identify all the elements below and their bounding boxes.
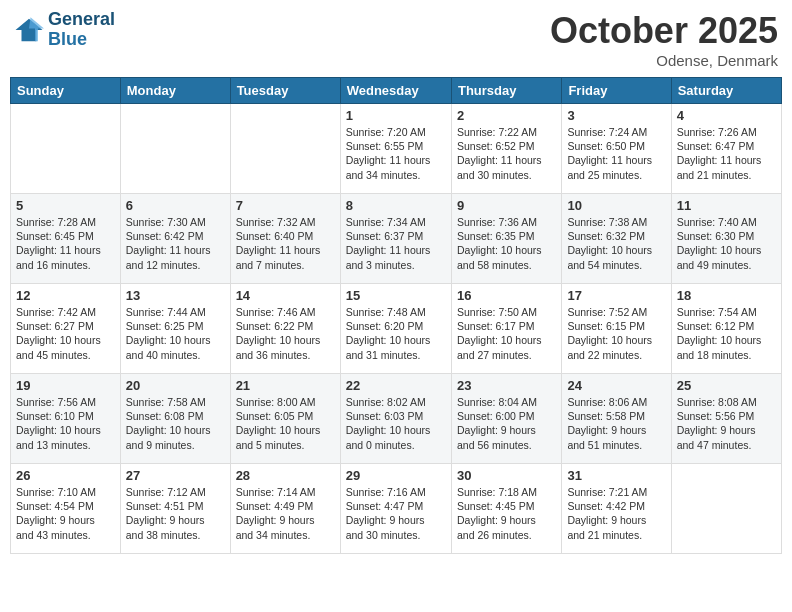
day-number: 11 <box>677 198 776 213</box>
day-number: 24 <box>567 378 665 393</box>
calendar-cell: 4Sunrise: 7:26 AM Sunset: 6:47 PM Daylig… <box>671 104 781 194</box>
calendar-cell: 1Sunrise: 7:20 AM Sunset: 6:55 PM Daylig… <box>340 104 451 194</box>
calendar-cell: 8Sunrise: 7:34 AM Sunset: 6:37 PM Daylig… <box>340 194 451 284</box>
calendar-cell: 5Sunrise: 7:28 AM Sunset: 6:45 PM Daylig… <box>11 194 121 284</box>
calendar-cell: 25Sunrise: 8:08 AM Sunset: 5:56 PM Dayli… <box>671 374 781 464</box>
calendar-table: SundayMondayTuesdayWednesdayThursdayFrid… <box>10 77 782 554</box>
day-info: Sunrise: 7:36 AM Sunset: 6:35 PM Dayligh… <box>457 215 556 272</box>
day-number: 7 <box>236 198 335 213</box>
day-info: Sunrise: 7:12 AM Sunset: 4:51 PM Dayligh… <box>126 485 225 542</box>
calendar-cell: 24Sunrise: 8:06 AM Sunset: 5:58 PM Dayli… <box>562 374 671 464</box>
day-info: Sunrise: 7:22 AM Sunset: 6:52 PM Dayligh… <box>457 125 556 182</box>
day-info: Sunrise: 7:48 AM Sunset: 6:20 PM Dayligh… <box>346 305 446 362</box>
day-number: 2 <box>457 108 556 123</box>
day-info: Sunrise: 8:02 AM Sunset: 6:03 PM Dayligh… <box>346 395 446 452</box>
calendar-cell: 6Sunrise: 7:30 AM Sunset: 6:42 PM Daylig… <box>120 194 230 284</box>
day-info: Sunrise: 7:52 AM Sunset: 6:15 PM Dayligh… <box>567 305 665 362</box>
calendar-cell: 23Sunrise: 8:04 AM Sunset: 6:00 PM Dayli… <box>451 374 561 464</box>
calendar-cell <box>11 104 121 194</box>
day-info: Sunrise: 7:50 AM Sunset: 6:17 PM Dayligh… <box>457 305 556 362</box>
logo: General Blue <box>14 10 115 50</box>
day-number: 12 <box>16 288 115 303</box>
day-number: 10 <box>567 198 665 213</box>
day-info: Sunrise: 7:58 AM Sunset: 6:08 PM Dayligh… <box>126 395 225 452</box>
day-number: 18 <box>677 288 776 303</box>
day-number: 28 <box>236 468 335 483</box>
month-title: October 2025 <box>550 10 778 52</box>
day-number: 13 <box>126 288 225 303</box>
day-number: 30 <box>457 468 556 483</box>
calendar-cell: 2Sunrise: 7:22 AM Sunset: 6:52 PM Daylig… <box>451 104 561 194</box>
location: Odense, Denmark <box>550 52 778 69</box>
calendar-cell: 30Sunrise: 7:18 AM Sunset: 4:45 PM Dayli… <box>451 464 561 554</box>
page-header: General Blue October 2025 Odense, Denmar… <box>10 10 782 69</box>
col-header-friday: Friday <box>562 78 671 104</box>
day-number: 16 <box>457 288 556 303</box>
day-number: 31 <box>567 468 665 483</box>
day-info: Sunrise: 7:20 AM Sunset: 6:55 PM Dayligh… <box>346 125 446 182</box>
day-number: 4 <box>677 108 776 123</box>
day-number: 19 <box>16 378 115 393</box>
day-info: Sunrise: 7:28 AM Sunset: 6:45 PM Dayligh… <box>16 215 115 272</box>
calendar-cell <box>230 104 340 194</box>
day-info: Sunrise: 7:16 AM Sunset: 4:47 PM Dayligh… <box>346 485 446 542</box>
day-number: 23 <box>457 378 556 393</box>
calendar-cell: 3Sunrise: 7:24 AM Sunset: 6:50 PM Daylig… <box>562 104 671 194</box>
calendar-cell: 10Sunrise: 7:38 AM Sunset: 6:32 PM Dayli… <box>562 194 671 284</box>
day-number: 22 <box>346 378 446 393</box>
day-info: Sunrise: 7:30 AM Sunset: 6:42 PM Dayligh… <box>126 215 225 272</box>
day-number: 26 <box>16 468 115 483</box>
col-header-tuesday: Tuesday <box>230 78 340 104</box>
calendar-cell: 16Sunrise: 7:50 AM Sunset: 6:17 PM Dayli… <box>451 284 561 374</box>
day-info: Sunrise: 8:00 AM Sunset: 6:05 PM Dayligh… <box>236 395 335 452</box>
calendar-cell: 26Sunrise: 7:10 AM Sunset: 4:54 PM Dayli… <box>11 464 121 554</box>
calendar-cell: 11Sunrise: 7:40 AM Sunset: 6:30 PM Dayli… <box>671 194 781 284</box>
day-number: 27 <box>126 468 225 483</box>
calendar-week-row: 1Sunrise: 7:20 AM Sunset: 6:55 PM Daylig… <box>11 104 782 194</box>
day-number: 29 <box>346 468 446 483</box>
col-header-saturday: Saturday <box>671 78 781 104</box>
col-header-thursday: Thursday <box>451 78 561 104</box>
day-number: 25 <box>677 378 776 393</box>
day-info: Sunrise: 7:14 AM Sunset: 4:49 PM Dayligh… <box>236 485 335 542</box>
day-info: Sunrise: 7:10 AM Sunset: 4:54 PM Dayligh… <box>16 485 115 542</box>
day-info: Sunrise: 7:56 AM Sunset: 6:10 PM Dayligh… <box>16 395 115 452</box>
day-info: Sunrise: 7:18 AM Sunset: 4:45 PM Dayligh… <box>457 485 556 542</box>
col-header-monday: Monday <box>120 78 230 104</box>
calendar-week-row: 19Sunrise: 7:56 AM Sunset: 6:10 PM Dayli… <box>11 374 782 464</box>
calendar-cell: 17Sunrise: 7:52 AM Sunset: 6:15 PM Dayli… <box>562 284 671 374</box>
day-info: Sunrise: 7:40 AM Sunset: 6:30 PM Dayligh… <box>677 215 776 272</box>
day-info: Sunrise: 7:44 AM Sunset: 6:25 PM Dayligh… <box>126 305 225 362</box>
svg-marker-1 <box>16 19 43 42</box>
calendar-cell: 14Sunrise: 7:46 AM Sunset: 6:22 PM Dayli… <box>230 284 340 374</box>
calendar-cell <box>671 464 781 554</box>
calendar-cell: 21Sunrise: 8:00 AM Sunset: 6:05 PM Dayli… <box>230 374 340 464</box>
calendar-cell: 7Sunrise: 7:32 AM Sunset: 6:40 PM Daylig… <box>230 194 340 284</box>
calendar-week-row: 12Sunrise: 7:42 AM Sunset: 6:27 PM Dayli… <box>11 284 782 374</box>
day-info: Sunrise: 7:34 AM Sunset: 6:37 PM Dayligh… <box>346 215 446 272</box>
logo-text: General Blue <box>48 10 115 50</box>
day-info: Sunrise: 8:06 AM Sunset: 5:58 PM Dayligh… <box>567 395 665 452</box>
day-number: 5 <box>16 198 115 213</box>
day-number: 14 <box>236 288 335 303</box>
calendar-cell: 29Sunrise: 7:16 AM Sunset: 4:47 PM Dayli… <box>340 464 451 554</box>
day-info: Sunrise: 8:08 AM Sunset: 5:56 PM Dayligh… <box>677 395 776 452</box>
col-header-wednesday: Wednesday <box>340 78 451 104</box>
calendar-cell: 9Sunrise: 7:36 AM Sunset: 6:35 PM Daylig… <box>451 194 561 284</box>
day-number: 8 <box>346 198 446 213</box>
day-number: 20 <box>126 378 225 393</box>
calendar-cell: 19Sunrise: 7:56 AM Sunset: 6:10 PM Dayli… <box>11 374 121 464</box>
calendar-cell: 31Sunrise: 7:21 AM Sunset: 4:42 PM Dayli… <box>562 464 671 554</box>
day-info: Sunrise: 7:21 AM Sunset: 4:42 PM Dayligh… <box>567 485 665 542</box>
day-number: 17 <box>567 288 665 303</box>
logo-icon <box>14 15 44 45</box>
calendar-cell: 18Sunrise: 7:54 AM Sunset: 6:12 PM Dayli… <box>671 284 781 374</box>
calendar-header-row: SundayMondayTuesdayWednesdayThursdayFrid… <box>11 78 782 104</box>
day-info: Sunrise: 7:54 AM Sunset: 6:12 PM Dayligh… <box>677 305 776 362</box>
calendar-cell: 22Sunrise: 8:02 AM Sunset: 6:03 PM Dayli… <box>340 374 451 464</box>
calendar-cell: 20Sunrise: 7:58 AM Sunset: 6:08 PM Dayli… <box>120 374 230 464</box>
day-info: Sunrise: 7:26 AM Sunset: 6:47 PM Dayligh… <box>677 125 776 182</box>
calendar-cell: 27Sunrise: 7:12 AM Sunset: 4:51 PM Dayli… <box>120 464 230 554</box>
day-number: 15 <box>346 288 446 303</box>
calendar-cell: 12Sunrise: 7:42 AM Sunset: 6:27 PM Dayli… <box>11 284 121 374</box>
